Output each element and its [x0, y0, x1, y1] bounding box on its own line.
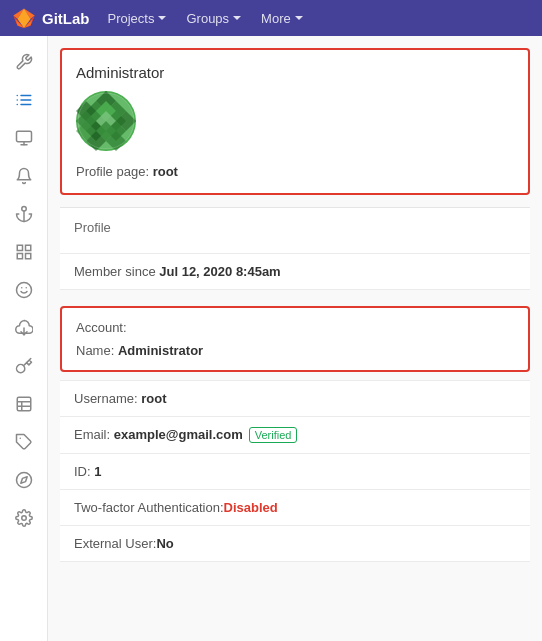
member-since-prefix: Member since — [74, 264, 156, 279]
external-user-prefix: External User: — [74, 536, 156, 551]
more-chevron-icon — [295, 16, 303, 20]
profile-title: Profile — [74, 220, 516, 235]
twofa-value: Disabled — [224, 500, 278, 515]
gitlab-logo-text: GitLab — [42, 10, 90, 27]
top-navigation: GitLab Projects Groups More — [0, 0, 542, 36]
twofa-row: Two-factor Authentication:Disabled — [60, 490, 530, 526]
id-row: ID: 1 — [60, 454, 530, 490]
svg-rect-13 — [17, 254, 22, 259]
sidebar-tag-icon[interactable] — [4, 424, 44, 460]
username-value: root — [141, 391, 166, 406]
nav-projects[interactable]: Projects — [98, 0, 177, 36]
sidebar-table-icon[interactable] — [4, 386, 44, 422]
member-since-date: Jul 12, 2020 8:45am — [159, 264, 280, 279]
sidebar-list-icon[interactable] — [4, 82, 44, 118]
sidebar-anchor-icon[interactable] — [4, 196, 44, 232]
avatar — [76, 91, 136, 151]
account-name-prefix: Name: — [76, 343, 114, 358]
id-value: 1 — [94, 464, 101, 479]
sidebar-smiley-icon[interactable] — [4, 272, 44, 308]
page-layout: Administrator — [0, 36, 542, 641]
profile-page-user: root — [153, 164, 178, 179]
email-prefix: Email: — [74, 427, 114, 442]
account-name-row: Name: Administrator — [76, 343, 514, 358]
nav-more-label: More — [261, 11, 291, 26]
profile-page-text: Profile page: root — [76, 164, 514, 179]
avatar-container — [76, 91, 514, 154]
gitlab-fox-icon — [12, 6, 36, 30]
sidebar-cloud-icon[interactable] — [4, 310, 44, 346]
svg-point-24 — [16, 473, 31, 488]
nav-groups-label: Groups — [186, 11, 229, 26]
nav-projects-label: Projects — [108, 11, 155, 26]
svg-point-26 — [21, 516, 26, 521]
sidebar-monitor-icon[interactable] — [4, 120, 44, 156]
sidebar-wrench-icon[interactable] — [4, 44, 44, 80]
svg-rect-12 — [25, 245, 30, 250]
profile-page-prefix: Profile page: — [76, 164, 149, 179]
twofa-prefix: Two-factor Authentication: — [74, 500, 224, 515]
sidebar — [0, 36, 48, 641]
sidebar-bell-icon[interactable] — [4, 158, 44, 194]
account-label: Account: — [76, 320, 514, 335]
nav-groups[interactable]: Groups — [176, 0, 251, 36]
account-card: Account: Name: Administrator — [60, 306, 530, 372]
groups-chevron-icon — [233, 16, 241, 20]
verified-badge: Verified — [249, 427, 298, 443]
gitlab-logo[interactable]: GitLab — [12, 6, 90, 30]
email-row: Email: example@gmail.comVerified — [60, 417, 530, 454]
main-content: Administrator — [48, 36, 542, 641]
member-since-row: Member since Jul 12, 2020 8:45am — [60, 253, 530, 290]
user-card: Administrator — [60, 48, 530, 195]
email-value: example@gmail.com — [114, 427, 243, 442]
sidebar-compass-icon[interactable] — [4, 462, 44, 498]
nav-more[interactable]: More — [251, 0, 313, 36]
svg-rect-11 — [17, 245, 22, 250]
username-row: Username: root — [60, 380, 530, 417]
external-user-row: External User:No — [60, 526, 530, 562]
external-user-value: No — [156, 536, 173, 551]
svg-rect-19 — [17, 397, 31, 411]
sidebar-key-icon[interactable] — [4, 348, 44, 384]
sidebar-gear-icon[interactable] — [4, 500, 44, 536]
id-prefix: ID: — [74, 464, 94, 479]
svg-marker-25 — [20, 477, 26, 483]
svg-point-15 — [16, 283, 31, 298]
account-name-value: Administrator — [118, 343, 203, 358]
svg-rect-14 — [25, 254, 30, 259]
svg-rect-6 — [16, 131, 31, 142]
sidebar-grid-icon[interactable] — [4, 234, 44, 270]
projects-chevron-icon — [158, 16, 166, 20]
member-since: Member since Jul 12, 2020 8:45am — [60, 253, 530, 290]
username-prefix: Username: — [74, 391, 141, 406]
user-card-name: Administrator — [76, 64, 514, 81]
profile-section: Profile — [60, 207, 530, 253]
info-rows: Username: root Email: example@gmail.comV… — [60, 380, 530, 562]
